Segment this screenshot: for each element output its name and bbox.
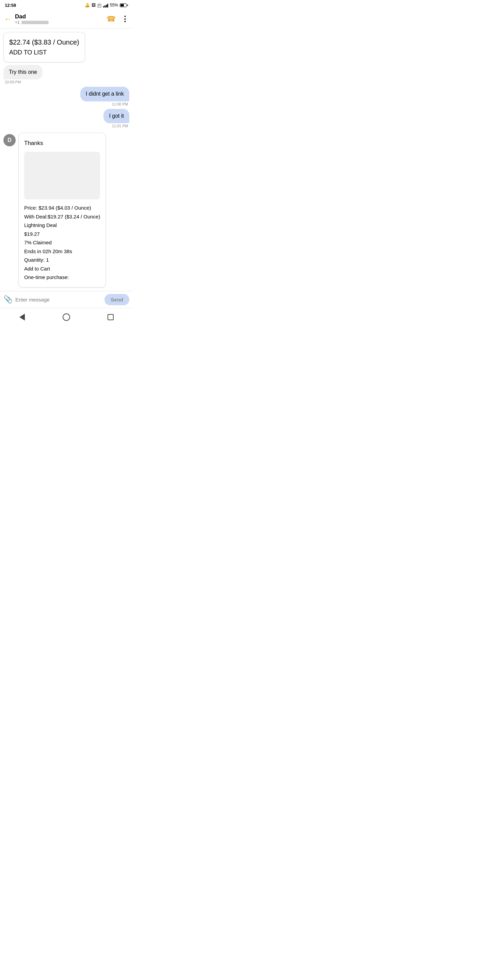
msg-row-didnt-get-link: I didnt get a link 11:00 PM [3, 87, 129, 106]
recents-nav-button[interactable] [102, 312, 119, 323]
msg-text: I got it [109, 113, 124, 119]
msg-text: Try this one [9, 69, 37, 75]
contact-name: Dad [15, 13, 107, 20]
toolbar: ← Dad +1 ☎ ⋮ [0, 10, 133, 29]
back-nav-button[interactable] [14, 312, 30, 323]
message-input[interactable] [15, 297, 102, 302]
more-options-icon[interactable]: ⋮ [121, 14, 129, 24]
status-icons: 🔔 🖼 ◰ 55% [85, 3, 128, 8]
shared-card-price: $22.74 ($3.83 / Ounce) [9, 37, 79, 47]
nav-bar [0, 308, 133, 325]
status-time: 12:58 [5, 3, 16, 8]
bubble-i-got-it: I got it [103, 109, 129, 123]
attach-button[interactable]: 📎 [3, 295, 13, 304]
battery-percent: 55% [110, 3, 118, 8]
shared-product-card-top: $22.74 ($3.83 / Ounce) ADD TO LIST [3, 32, 85, 62]
msg-time-2: 11:00 PM [112, 102, 128, 106]
big-card-price: Price: $23.94 ($4.03 / Ounce) [24, 204, 100, 212]
contact-number-blur [21, 21, 49, 24]
battery-icon [120, 3, 128, 7]
send-button[interactable]: Send [105, 294, 129, 305]
toolbar-actions: ☎ ⋮ [107, 14, 129, 24]
shared-card-action: ADD TO LIST [9, 48, 79, 57]
chat-area: $22.74 ($3.83 / Ounce) ADD TO LIST Try t… [0, 29, 133, 291]
big-card-deal-type: Lightning Deal [24, 221, 100, 230]
image-icon: 🖼 [92, 3, 95, 8]
recents-square-icon [108, 314, 114, 320]
back-button[interactable]: ← [4, 14, 11, 24]
big-card-add: Add to Cart [24, 264, 100, 273]
msg-text: I didnt get a link [86, 91, 124, 97]
home-nav-button[interactable] [58, 312, 75, 323]
msg-row-try-this-one: Try this one 10:59 PM [3, 65, 129, 84]
msg-time-1: 10:59 PM [5, 80, 21, 84]
wifi-icon: ◰ [97, 3, 102, 8]
avatar: D [3, 134, 16, 146]
msg-time-3: 11:01 PM [112, 124, 128, 128]
status-bar: 12:58 🔔 🖼 ◰ 55% [0, 0, 133, 10]
big-card-quantity: Quantity: 1 [24, 256, 100, 264]
bubble-didnt-get-link: I didnt get a link [80, 87, 129, 101]
big-card-purchase: One-time purchase: [24, 273, 100, 282]
phone-icon[interactable]: ☎ [107, 14, 116, 24]
big-card-title: Thanks [24, 138, 100, 148]
bubble-try-this-one: Try this one [3, 65, 43, 79]
back-triangle-icon [19, 314, 25, 321]
msg-row-i-got-it: I got it 11:01 PM [3, 109, 129, 128]
signal-bars [103, 3, 108, 8]
contact-info: Dad +1 [15, 13, 107, 25]
big-card-deal-price: $19.27 [24, 230, 100, 239]
input-bar: 📎 Send [0, 291, 133, 308]
contact-number: +1 [15, 20, 107, 25]
product-image [24, 152, 100, 199]
avatar-msg-row: D Thanks Price: $23.94 ($4.03 / Ounce) W… [3, 133, 129, 287]
notification-icon: 🔔 [85, 3, 90, 8]
big-card-deal: With Deal:$19.27 ($3.24 / Ounce) [24, 212, 100, 221]
big-product-card: Thanks Price: $23.94 ($4.03 / Ounce) Wit… [18, 133, 106, 287]
big-card-ends: Ends in 02h 20m 38s [24, 247, 100, 256]
big-card-claimed: 7% Claimed [24, 238, 100, 247]
home-circle-icon [63, 313, 70, 321]
